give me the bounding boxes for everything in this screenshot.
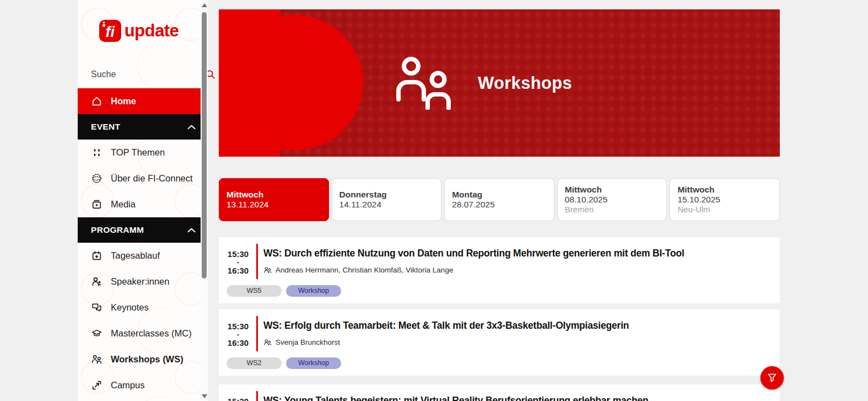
badge-ws: WS2 [227, 357, 282, 369]
session-title: WS: Erfolg durch Teamarbeit: Meet & Talk… [263, 320, 629, 332]
session-row[interactable]: 15:30 - 16:30 WS: Durch effiziente Nutzu… [219, 237, 780, 303]
session-row[interactable]: 15:30 - 16:30 WS: Erfolg durch Teamarbei… [219, 309, 780, 376]
sidebar-item-label: Speaker:innen [111, 276, 169, 287]
calendar-icon [91, 250, 103, 261]
speakers-icon [263, 338, 272, 346]
date-tab-location: Neu-Ulm [677, 205, 779, 215]
sidebar-item-label: Tagesablauf [111, 250, 160, 261]
session-time: 15:30 - 16:30 [227, 316, 250, 351]
sparkle-arrows-icon [91, 147, 103, 158]
two-people-icon [91, 354, 103, 365]
person-icon [91, 276, 103, 287]
sidebar-item-label: Campus [111, 380, 144, 391]
session-badges: WS5 Workshop [227, 285, 771, 297]
date-tab-day: Donnerstag [339, 190, 441, 200]
date-tab-day: Mittwoch [227, 190, 328, 200]
sidebar-item-label: Masterclasses (MC) [111, 328, 192, 339]
sidebar-scrollbar[interactable] [201, 0, 208, 401]
date-tab[interactable]: Mittwoch 13.11.2024 [219, 178, 329, 221]
sidebar-item-label: Home [111, 96, 136, 106]
sidebar-item-tagesablauf[interactable]: Tagesablauf [78, 243, 208, 269]
session-time: 15:30 - 16:30 [227, 391, 250, 401]
sidebar-item-campus[interactable]: Campus [78, 372, 208, 398]
home-icon [91, 95, 103, 107]
graduation-cap-icon [91, 328, 103, 339]
sidebar-item-masterclasses[interactable]: Masterclasses (MC) [78, 320, 208, 346]
sidebar-nav: Home EVENT TOP Themen [78, 88, 208, 398]
speech-bubbles-icon [91, 302, 103, 313]
dotted-globe-icon [91, 173, 103, 184]
workshops-banner: Workshops [219, 9, 780, 157]
session-row[interactable]: 15:30 - 16:30 WS: Young Talents begeiste… [219, 384, 780, 401]
search-input[interactable] [91, 69, 205, 79]
app-logo: fi update [78, 0, 208, 62]
page-title: Workshops [478, 73, 572, 93]
session-speakers: Svenja Brunckhorst [263, 338, 629, 346]
session-title: WS: Durch effiziente Nutzung von Daten u… [263, 248, 684, 259]
search-bar [78, 62, 208, 87]
date-tabs: Mittwoch 13.11.2024 Donnerstag 14.11.202… [219, 178, 780, 221]
sidebar-item-media[interactable]: Media [78, 191, 208, 217]
sidebar-item-label: Über die FI-Connect [111, 173, 193, 184]
session-title: WS: Young Talents begeistern: mit Virtua… [263, 395, 649, 401]
sidebar-item-label: Media [111, 199, 136, 210]
session-list: 15:30 - 16:30 WS: Durch effiziente Nutzu… [219, 237, 780, 401]
session-speakers: Andreas Herrmann, Christian Klomfaß, Vik… [263, 266, 684, 274]
date-tab-day: Mittwoch [677, 185, 779, 195]
sidebar-item-label: TOP Themen [111, 147, 165, 158]
date-tab[interactable]: Donnerstag 14.11.2024 [332, 178, 442, 221]
scrollbar-thumb[interactable] [202, 12, 207, 279]
date-tab-date: 14.11.2024 [339, 200, 441, 210]
sidebar-item-fi-connect[interactable]: Über die FI-Connect [78, 165, 208, 191]
speakers-icon [263, 266, 272, 274]
date-tab-date: 28.07.2025 [452, 200, 554, 210]
sidebar-item-keynotes[interactable]: Keynotes [78, 295, 208, 320]
date-tab[interactable]: Mittwoch 15.10.2025 Neu-Ulm [670, 178, 780, 221]
badge-workshop: Workshop [286, 357, 341, 369]
date-tab-day: Montag [452, 190, 554, 200]
media-box-icon [91, 199, 103, 210]
section-label: PROGRAMM [91, 225, 144, 235]
main-content: Workshops Mittwoch 13.11.2024 Donnerstag… [219, 0, 780, 401]
sidebar-item-home[interactable]: Home [78, 88, 208, 114]
date-tab-date: 08.10.2025 [565, 195, 667, 205]
sidebar-item-label: Workshops (WS) [111, 354, 184, 365]
date-tab-date: 13.11.2024 [227, 200, 328, 210]
filter-button[interactable] [761, 366, 784, 389]
date-tab[interactable]: Montag 28.07.2025 [444, 178, 554, 221]
date-tab[interactable]: Mittwoch 08.10.2025 Bremen [557, 178, 667, 221]
scrollbar-up-arrow-icon[interactable] [202, 3, 207, 7]
sidebar-item-label: Keynotes [111, 302, 149, 313]
sidebar-section-event[interactable]: EVENT [78, 114, 208, 140]
logo-fi-text: fi [105, 25, 115, 40]
logo-word: update [125, 21, 179, 41]
scrollbar-down-arrow-icon[interactable] [202, 394, 207, 398]
sidebar-item-top-themen[interactable]: TOP Themen [78, 140, 208, 165]
filter-funnel-icon [767, 372, 778, 383]
two-people-icon [394, 57, 458, 110]
chevron-up-icon [187, 125, 196, 130]
date-tab-location: Bremen [565, 205, 667, 215]
badge-ws: WS5 [227, 285, 282, 297]
date-tab-day: Mittwoch [565, 185, 667, 195]
fi-logo-tile: fi [99, 20, 121, 42]
sidebar: fi update Home EVENT [78, 0, 208, 401]
badge-workshop: Workshop [286, 285, 341, 297]
sidebar-section-programm[interactable]: PROGRAMM [78, 217, 208, 243]
session-time: 15:30 - 16:30 [227, 244, 250, 279]
chevron-up-icon [187, 228, 196, 233]
section-label: EVENT [91, 122, 120, 132]
date-tab-date: 15.10.2025 [677, 195, 779, 205]
expand-arrow-icon [91, 379, 103, 391]
session-badges: WS2 Workshop [227, 357, 771, 369]
sparkasse-emblem-icon [102, 22, 106, 27]
sidebar-item-speakerinnen[interactable]: Speaker:innen [78, 269, 208, 295]
sidebar-item-workshops[interactable]: Workshops (WS) [78, 346, 208, 372]
